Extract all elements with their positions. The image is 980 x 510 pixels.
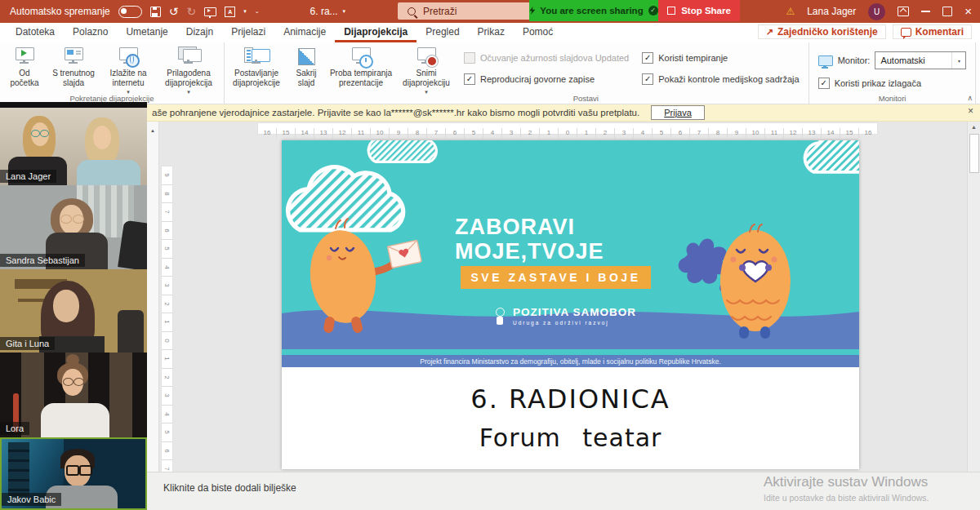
ribbon: Od početka S trenutnog slajda Izlažite n… <box>0 42 980 104</box>
workshop-subheading: Forum teatar <box>282 424 859 452</box>
show-media-controls-checkbox[interactable]: ✓ Pokaži kontrole medijskog sadržaja <box>642 73 799 85</box>
scroll-up-icon[interactable]: ▲ <box>968 121 980 133</box>
participant-tile[interactable]: Sandra Sebastijan <box>0 185 147 269</box>
slideshow-icon[interactable] <box>204 7 216 16</box>
slide-footer-strip: Projekt financira Ministarstvo za demogr… <box>282 355 859 367</box>
tab-prikaz[interactable]: Prikaz <box>469 23 514 42</box>
chair <box>118 310 144 353</box>
undo-icon[interactable]: ↺ <box>169 0 179 23</box>
slide-pane-strip[interactable]: ▲ <box>147 121 159 472</box>
title-bar: Automatsko spremanje ↺ ↻ A ▾ ⌄ 6. ra... … <box>0 0 980 23</box>
participant-tile[interactable]: Gita i Luna <box>0 269 147 353</box>
scroll-up-icon[interactable]: ▲ <box>150 128 155 133</box>
slide-illustration: ZABORAVI MOJE,TVOJE SVE ZASTAVE I BOJE P… <box>282 140 859 367</box>
style-icon[interactable]: A <box>225 7 235 17</box>
warning-icon[interactable]: ⚠ <box>786 6 795 17</box>
autosave-toggle[interactable] <box>118 6 142 18</box>
glasses-icon <box>73 215 84 224</box>
use-timings-checkbox[interactable]: ✓ Koristi tempiranje <box>642 52 799 64</box>
participant-name: Sandra Sebastijan <box>0 254 85 267</box>
minimize-icon[interactable] <box>921 11 930 12</box>
stop-share-button[interactable]: Stop Share <box>658 0 740 21</box>
tab-umetanje[interactable]: Umetanje <box>117 23 176 42</box>
comments-button[interactable]: Komentari <box>893 24 972 39</box>
rehearse-timings-button[interactable]: Proba tempiranja prezentacije <box>327 44 395 87</box>
glasses-icon <box>40 130 49 137</box>
logo-subtitle: Udruga za održivi razvoj <box>513 320 636 326</box>
custom-show-icon <box>176 47 201 68</box>
present-online-button[interactable]: Izlažite na internetu ▾ <box>100 44 156 97</box>
participant-tile[interactable]: Lana Jager <box>0 102 147 185</box>
organization-logo: POZITIVA SAMOBOR Udruga za održivi razvo… <box>282 307 848 326</box>
custom-slideshow-button[interactable]: Prilagođena dijaprojekcija ▾ <box>156 44 221 97</box>
cloud-right <box>805 140 859 172</box>
comment-icon <box>901 28 911 37</box>
hide-slide-button[interactable]: Sakrij slajd <box>286 44 327 87</box>
tab-pomoc[interactable]: Pomoć <box>514 23 562 42</box>
face <box>93 126 111 149</box>
group-monitors: Monitor: Automatski ▾ ✓ Koristi prikaz i… <box>809 42 977 104</box>
restore-icon[interactable] <box>942 7 952 16</box>
group-label: Postavi <box>363 94 808 103</box>
ribbon-display-options-icon[interactable] <box>898 7 909 16</box>
chevron-down-icon[interactable]: ▾ <box>243 8 247 15</box>
play-narrations-checkbox[interactable]: ✓ Reproduciraj govorne zapise <box>464 73 629 85</box>
slide-body: 6. RADIONICA Forum teatar <box>282 367 859 469</box>
participant-tile[interactable]: Lora <box>0 353 147 437</box>
checkbox-icon: ✓ <box>642 52 653 64</box>
slide-canvas[interactable]: ZABORAVI MOJE,TVOJE SVE ZASTAVE I BOJE P… <box>282 140 859 469</box>
tab-pregled[interactable]: Pregled <box>416 23 468 42</box>
face <box>53 290 79 322</box>
tab-polazno[interactable]: Polazno <box>64 23 117 42</box>
glasses-icon <box>31 130 40 137</box>
share-button[interactable]: ↗ Zajedničko korištenje <box>758 24 886 39</box>
shield-check-icon: ✓ <box>648 6 658 16</box>
from-current-slide-button[interactable]: S trenutnog slajda <box>47 44 100 87</box>
cloud-top <box>368 140 436 162</box>
tab-datoteka[interactable]: Datoteka <box>7 23 64 42</box>
sign-in-button[interactable]: Prijava <box>651 105 705 120</box>
participant-tile-active-speaker[interactable]: Jakov Babic <box>0 437 147 510</box>
collapse-ribbon-icon[interactable]: ∧ <box>967 94 973 102</box>
tab-dizajn[interactable]: Dizajn <box>177 23 222 42</box>
redo-icon: ↻ <box>186 0 196 23</box>
monitor-row: Monitor: Automatski ▾ <box>818 51 967 69</box>
tab-dijaprojekcija[interactable]: Dijaprojekcija <box>335 23 416 42</box>
keep-slides-updated-checkbox: Očuvanje ažurnosti slajdova Updated <box>464 52 629 64</box>
document-title[interactable]: 6. ra... ▾ <box>310 6 346 17</box>
close-icon[interactable]: × <box>968 105 973 117</box>
save-icon[interactable] <box>150 7 161 17</box>
hide-slide-icon <box>294 47 318 68</box>
slide-banner: SVE ZASTAVE I BOJE <box>461 266 651 289</box>
checkbox-icon <box>464 52 475 64</box>
tab-prijelazi[interactable]: Prijelazi <box>222 23 274 42</box>
record-slideshow-button[interactable]: Snimi dijaprojekciju ▾ <box>395 44 457 97</box>
chevron-down-icon: ▾ <box>343 8 346 15</box>
powerpoint-window: Automatsko spremanje ↺ ↻ A ▾ ⌄ 6. ra... … <box>0 0 980 510</box>
group-set-up: Postavljanje dijaprojekcije Sakrij slajd… <box>225 42 809 104</box>
body <box>77 160 140 185</box>
close-icon[interactable]: × <box>964 0 972 23</box>
presenter-view-checkbox[interactable]: ✓ Koristi prikaz izlagača <box>818 78 967 89</box>
stop-icon <box>667 7 675 15</box>
user-name[interactable]: Lana Jager <box>807 6 856 17</box>
notes-placeholder[interactable]: Kliknite da biste dodali bilješke <box>163 482 296 494</box>
qat-overflow-icon[interactable]: ⌄ <box>255 8 260 15</box>
group-label: Opisi i titlovi <box>976 94 980 103</box>
checkbox-icon: ✓ <box>818 78 830 89</box>
quick-access-toolbar: Automatsko spremanje ↺ ↻ A ▾ ⌄ 6. ra... … <box>10 0 345 23</box>
notes-pane[interactable]: Kliknite da biste dodali bilješke Aktivi… <box>0 472 980 510</box>
share-icon: ↗ <box>766 27 773 38</box>
scrollbar-thumb[interactable] <box>969 134 979 173</box>
play-from-start-icon <box>12 47 37 68</box>
paint-splat <box>679 238 727 283</box>
avatar[interactable]: U <box>868 3 885 20</box>
from-beginning-button[interactable]: Od početka <box>2 44 47 87</box>
body <box>41 403 109 437</box>
vertical-scrollbar[interactable]: ▲ <box>967 121 980 472</box>
rehearse-timings-icon <box>349 47 373 68</box>
setup-slideshow-button[interactable]: Postavljanje dijaprojekcije <box>227 44 286 87</box>
monitor-select[interactable]: Automatski ▾ <box>875 51 966 69</box>
tab-animacije[interactable]: Animacije <box>274 23 335 42</box>
setup-slideshow-icon <box>244 47 269 68</box>
